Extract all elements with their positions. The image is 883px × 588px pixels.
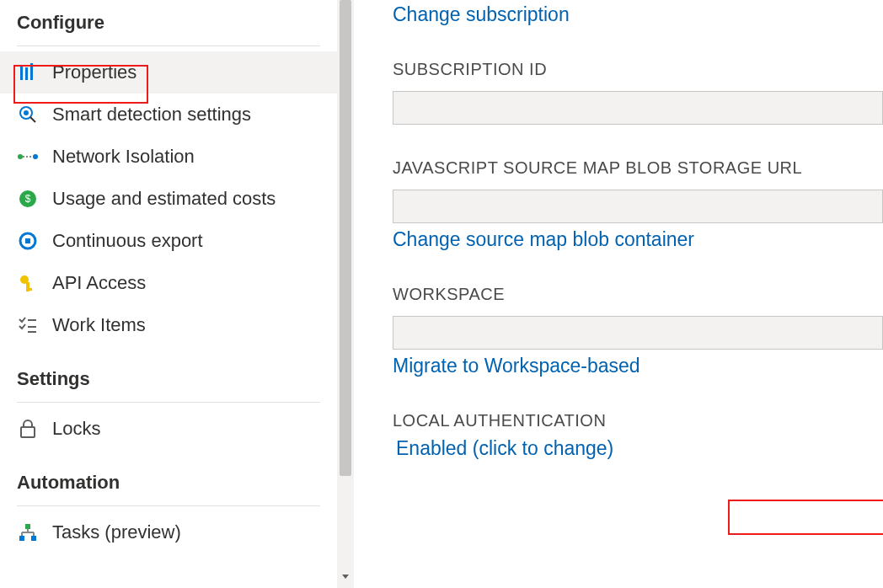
nav-label: Network Isolation (52, 146, 195, 168)
svg-rect-20 (25, 524, 30, 529)
section-header-configure: Configure (0, 0, 337, 45)
network-isolation-icon (17, 146, 39, 168)
divider (17, 505, 320, 506)
workspace-value[interactable] (393, 316, 883, 350)
workspace-label: WORKSPACE (393, 285, 883, 304)
divider (17, 402, 320, 403)
usage-costs-icon: $ (17, 188, 39, 210)
nav-label: Tasks (preview) (52, 521, 181, 543)
main-panel: Change subscription SUBSCRIPTION ID JAVA… (337, 0, 883, 588)
lock-icon (17, 418, 39, 440)
svg-rect-21 (19, 536, 24, 541)
key-icon (17, 272, 39, 294)
svg-rect-19 (21, 427, 35, 437)
smart-detection-icon (17, 104, 39, 126)
svg-rect-0 (20, 65, 23, 80)
sidebar-item-api-access[interactable]: API Access (0, 262, 337, 304)
subscription-id-label: SUBSCRIPTION ID (393, 60, 883, 79)
svg-rect-2 (30, 63, 33, 80)
svg-point-6 (18, 154, 23, 159)
svg-text:$: $ (25, 193, 31, 205)
svg-point-4 (24, 110, 29, 115)
sourcemap-url-value[interactable] (393, 190, 883, 223)
svg-rect-22 (31, 536, 36, 541)
nav-label: Locks (52, 418, 100, 440)
sidebar-item-network-isolation[interactable]: Network Isolation (0, 136, 337, 178)
svg-rect-1 (25, 67, 28, 80)
local-auth-toggle-link[interactable]: Enabled (click to change) (396, 437, 613, 460)
nav-label: Usage and estimated costs (52, 188, 276, 210)
nav-label: Work Items (52, 314, 146, 336)
sidebar-item-work-items[interactable]: Work Items (0, 304, 337, 346)
divider (17, 45, 320, 46)
sidebar-item-properties[interactable]: Properties (0, 51, 337, 94)
work-items-icon (17, 314, 39, 336)
sidebar-item-locks[interactable]: Locks (0, 408, 337, 450)
migrate-workspace-link[interactable]: Migrate to Workspace-based (393, 355, 640, 377)
highlight-local-auth (728, 500, 883, 535)
nav-label: API Access (52, 272, 146, 294)
svg-line-5 (30, 117, 35, 122)
section-header-settings: Settings (0, 346, 337, 402)
nav-label: Continuous export (52, 230, 203, 252)
change-sourcemap-link[interactable]: Change source map blob container (393, 228, 694, 251)
sourcemap-url-label: JAVASCRIPT SOURCE MAP BLOB STORAGE URL (393, 158, 883, 178)
continuous-export-icon (17, 230, 39, 252)
sidebar-item-tasks[interactable]: Tasks (preview) (0, 511, 337, 553)
local-auth-label: LOCAL AUTHENTICATION (393, 411, 883, 430)
sidebar-item-continuous-export[interactable]: Continuous export (0, 220, 337, 262)
svg-rect-12 (25, 238, 30, 243)
properties-icon (17, 61, 39, 83)
change-subscription-link[interactable]: Change subscription (393, 3, 570, 26)
nav-label: Properties (52, 61, 136, 83)
sidebar-item-usage-costs[interactable]: $ Usage and estimated costs (0, 178, 337, 220)
tasks-icon (17, 521, 39, 543)
sidebar: Configure Properties Smart dete (0, 0, 337, 588)
section-header-automation: Automation (0, 450, 337, 505)
svg-rect-15 (26, 288, 32, 291)
svg-point-7 (33, 154, 38, 159)
subscription-id-value[interactable] (393, 91, 883, 125)
nav-label: Smart detection settings (52, 104, 251, 126)
sidebar-item-smart-detection[interactable]: Smart detection settings (0, 94, 337, 136)
